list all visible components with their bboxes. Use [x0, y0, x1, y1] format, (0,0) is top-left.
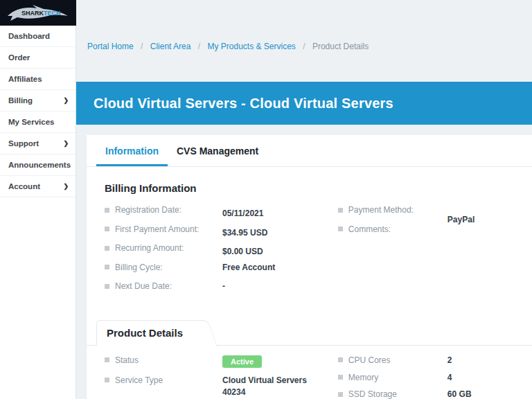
field-label: Registration Date: — [115, 205, 181, 215]
sidebar-item-affiliates[interactable]: Affiliates — [0, 69, 76, 90]
product-row-ssd-storage: SSD Storage 60 GB — [338, 389, 514, 399]
bullet-icon — [105, 227, 109, 231]
product-left-column: Status Active Service Type Cloud Virtual… — [105, 355, 338, 399]
field-label: CPU Cores — [348, 355, 391, 365]
field-label: Service Type — [115, 375, 163, 385]
sidebar-item-support[interactable]: Support ❯ — [0, 133, 76, 154]
sidebar-item-account[interactable]: Account ❯ — [0, 176, 76, 197]
ssd-storage-value: 60 GB — [447, 389, 472, 399]
field-label: Memory — [348, 373, 378, 382]
brand-name-primary: SHARK — [21, 10, 44, 17]
registration-date-value: 05/11/2021 — [222, 209, 263, 220]
field-label: Billing Cycle: — [115, 263, 163, 272]
breadcrumb-separator: / — [198, 42, 200, 51]
billing-row-recurring-amount: Recurring Amount: $0.00 USD — [105, 243, 338, 254]
sidebar-item-label: Support — [8, 139, 39, 148]
bullet-icon — [338, 392, 343, 397]
product-details-grid: Status Active Service Type Cloud Virtual… — [87, 346, 532, 399]
product-card: Information CVS Management Billing Infor… — [87, 135, 532, 399]
brand-logo[interactable]: SHARK TECH — [0, 0, 76, 26]
product-row-status: Status Active — [105, 355, 338, 368]
field-label: Recurring Amount: — [115, 243, 184, 253]
tab-bar: Information CVS Management — [87, 135, 532, 167]
memory-value: 4 — [447, 373, 452, 384]
billing-right-column: Payment Method: PayPal Comments: — [338, 205, 514, 301]
sidebar-item-label: Billing — [8, 96, 33, 105]
sidebar-item-label: My Services — [8, 118, 55, 126]
sidebar-item-label: Order — [8, 53, 30, 62]
sidebar-item-dashboard[interactable]: Dashboard — [0, 26, 76, 47]
field-label: Next Due Date: — [115, 281, 172, 291]
bullet-icon — [105, 378, 109, 382]
breadcrumb-current-page: Product Details — [312, 42, 369, 51]
page-title: Cloud Virtual Servers - Cloud Virtual Se… — [94, 96, 393, 112]
breadcrumb-separator: / — [303, 42, 305, 51]
sidebar: Dashboard Order Affiliates Billing ❯ My … — [0, 26, 76, 399]
bullet-icon — [105, 265, 109, 269]
billing-row-payment-method: Payment Method: PayPal — [338, 205, 514, 216]
bullet-icon — [338, 375, 343, 380]
product-row-memory: Memory 4 — [338, 373, 514, 384]
field-label: SSD Storage — [348, 389, 397, 399]
cpu-cores-value: 2 — [447, 355, 452, 366]
service-type-number: 40234 — [222, 387, 307, 398]
payment-method-value: PayPal — [447, 215, 475, 226]
billing-row-billing-cycle: Billing Cycle: Free Account — [105, 263, 338, 274]
bullet-icon — [105, 208, 109, 213]
field-label: Status — [115, 355, 139, 365]
main-content: Portal Home / Client Area / My Products … — [76, 0, 532, 399]
sidebar-item-label: Account — [8, 182, 40, 190]
bullet-icon — [105, 284, 109, 289]
chevron-right-icon: ❯ — [63, 140, 69, 147]
breadcrumb-link-my-products[interactable]: My Products & Services — [207, 42, 295, 51]
field-label: First Payment Amount: — [115, 224, 199, 234]
breadcrumb: Portal Home / Client Area / My Products … — [87, 42, 532, 51]
bullet-icon — [105, 246, 109, 251]
sidebar-item-billing[interactable]: Billing ❯ — [0, 90, 76, 112]
product-right-column: CPU Cores 2 Memory 4 SSD Storage 60 GB N… — [338, 355, 514, 399]
billing-row-comments: Comments: — [338, 224, 514, 234]
service-type-value: Cloud Virtual Servers 40234 — [222, 375, 307, 398]
breadcrumb-link-portal-home[interactable]: Portal Home — [87, 42, 134, 51]
recurring-amount-value: $0.00 USD — [222, 247, 263, 258]
billing-cycle-value: Free Account — [222, 263, 275, 274]
billing-row-registration-date: Registration Date: 05/11/2021 — [105, 205, 338, 216]
billing-information-section: Billing Information Registration Date: 0… — [87, 167, 532, 306]
sidebar-item-order[interactable]: Order — [0, 47, 76, 69]
sidebar-item-label: Affiliates — [8, 75, 42, 83]
sidebar-item-my-services[interactable]: My Services — [0, 112, 76, 133]
page-header-banner: Cloud Virtual Servers - Cloud Virtual Se… — [76, 82, 532, 125]
first-payment-amount-value: $34.95 USD — [222, 228, 267, 239]
product-details-tab: Product Details — [96, 320, 204, 346]
bullet-icon — [338, 208, 343, 213]
billing-information-heading: Billing Information — [105, 182, 514, 194]
status-badge: Active — [222, 355, 262, 368]
product-row-cpu-cores: CPU Cores 2 — [338, 355, 514, 366]
billing-left-column: Registration Date: 05/11/2021 First Paym… — [105, 205, 338, 301]
breadcrumb-link-client-area[interactable]: Client Area — [150, 42, 191, 51]
service-type-name: Cloud Virtual Servers — [222, 375, 307, 387]
billing-row-next-due-date: Next Due Date: - — [105, 281, 338, 292]
field-label: Comments: — [348, 224, 391, 234]
chevron-right-icon: ❯ — [63, 97, 69, 104]
sidebar-item-label: Dashboard — [8, 32, 50, 40]
tab-information[interactable]: Information — [96, 135, 168, 166]
tab-cvs-management[interactable]: CVS Management — [168, 135, 267, 166]
tab-label: Information — [105, 145, 159, 157]
product-details-tab-header: Product Details — [87, 320, 532, 346]
billing-row-first-payment: First Payment Amount: $34.95 USD — [105, 224, 338, 236]
field-label: Payment Method: — [348, 205, 414, 215]
bullet-icon — [105, 357, 109, 362]
chevron-right-icon: ❯ — [63, 183, 69, 190]
billing-grid: Registration Date: 05/11/2021 First Paym… — [105, 205, 514, 301]
tab-label: CVS Management — [177, 145, 258, 157]
sidebar-item-announcements[interactable]: Announcements — [0, 154, 76, 176]
sidebar-item-label: Announcements — [8, 161, 71, 169]
bullet-icon — [338, 357, 343, 362]
product-row-service-type: Service Type Cloud Virtual Servers 40234 — [105, 375, 338, 398]
brand-name-secondary: TECH — [44, 10, 61, 17]
shark-logo-icon: SHARK TECH — [5, 3, 71, 23]
next-due-date-value: - — [222, 281, 225, 292]
bullet-icon — [338, 227, 343, 231]
product-details-heading: Product Details — [107, 327, 183, 339]
